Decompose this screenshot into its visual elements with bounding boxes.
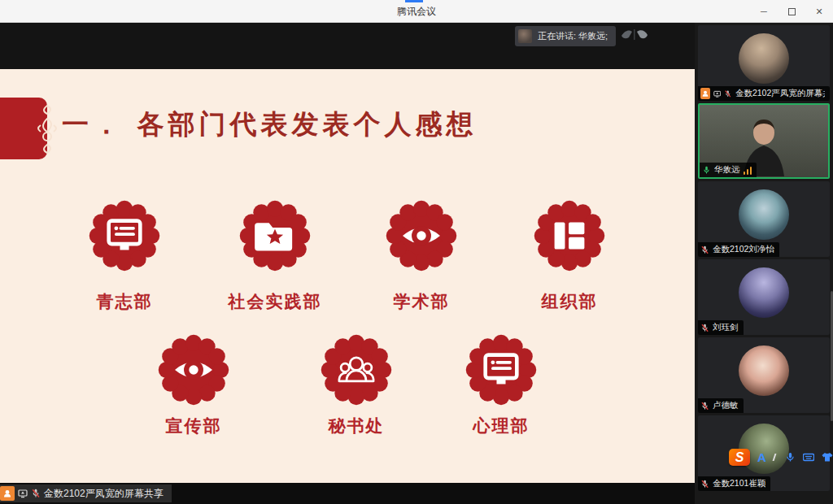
- presenter-icon: [700, 88, 710, 99]
- minimize-button[interactable]: ─: [750, 0, 778, 23]
- participant-name: 卢德敏: [713, 400, 739, 411]
- dept-label: 宣传部: [166, 415, 222, 437]
- dept-label: 心理部: [473, 415, 530, 437]
- share-label-text: 金数2102严凤宽的屏幕共享: [44, 487, 164, 501]
- dept-badge-mishuchu: [319, 332, 394, 407]
- participant-label: 卢德敏: [698, 398, 744, 413]
- mic-muted-icon: [31, 489, 41, 498]
- participant-name: 华敫远: [714, 164, 740, 176]
- mic-muted-icon: [700, 480, 709, 489]
- window-title: 腾讯会议: [0, 0, 833, 23]
- participant-name: 金数2102严凤宽的屏幕共享: [735, 88, 825, 99]
- dept-badge-xinlibu: [464, 332, 539, 407]
- participants-panel: 金数2102严凤宽的屏幕共享 华敫远 金: [695, 23, 833, 504]
- tencent-meeting-window: 腾讯会议 ─ ✕ 正在讲话: 华敫远; 一． 各部门代表发表个人感想: [0, 0, 833, 504]
- participant-tile-speaker[interactable]: 华敫远: [698, 103, 830, 179]
- participant-label: 刘珏剑: [698, 320, 744, 335]
- maximize-button[interactable]: [778, 0, 805, 23]
- participant-label: 金数2102刘净怡: [698, 242, 779, 257]
- stage-bottom-bar: 金数2102严凤宽的屏幕共享: [0, 483, 695, 504]
- participant-tile-screenshare[interactable]: 金数2102严凤宽的屏幕共享: [698, 25, 830, 101]
- avatar: [739, 267, 789, 318]
- speaker-avatar: [518, 29, 532, 43]
- participant-name: 金数2102刘净怡: [713, 244, 774, 255]
- shared-slide: 一． 各部门代表发表个人感想 青志部 社会实践部 学术部 组织部: [0, 69, 695, 483]
- window-controls: ─ ✕: [750, 0, 833, 23]
- dept-label: 社会实践部: [229, 290, 322, 313]
- speaker-banner-text: 正在讲话: 华敫远;: [538, 30, 608, 42]
- dept-badge-qingzhibu: [87, 198, 162, 273]
- sogou-logo-icon[interactable]: S: [729, 449, 750, 466]
- dept-badge-zuzhibu: [532, 198, 607, 273]
- participant-name: 刘珏剑: [713, 322, 739, 333]
- participant-tile[interactable]: 卢德敏: [698, 337, 830, 413]
- participant-tile[interactable]: 金数2102刘净怡: [698, 181, 830, 257]
- participant-tile[interactable]: 刘珏剑: [698, 259, 830, 335]
- mic-muted-icon: [700, 324, 709, 332]
- close-button[interactable]: ✕: [805, 0, 833, 23]
- avatar: [739, 189, 789, 240]
- ime-cursor-icon: [772, 454, 778, 461]
- audio-level-icon: [744, 166, 752, 175]
- mic-muted-icon: [700, 245, 709, 254]
- avatar: [739, 345, 789, 396]
- active-speaker-banner: 正在讲话: 华敫远;: [515, 26, 616, 46]
- participant-label: 金数2101崔颖: [698, 476, 770, 491]
- raise-hands-icon: [618, 28, 651, 45]
- presenter-icon: [0, 486, 15, 501]
- mic-muted-icon: [700, 402, 709, 411]
- screen-share-icon: [18, 489, 28, 498]
- dept-label: 学术部: [394, 290, 450, 313]
- window-titlebar: 腾讯会议 ─ ✕: [0, 0, 833, 23]
- participant-label: 华敫远: [700, 163, 757, 177]
- avatar: [739, 33, 789, 84]
- screen-share-owner-label: 金数2102严凤宽的屏幕共享: [0, 484, 172, 502]
- ime-skin-icon[interactable]: [822, 452, 833, 463]
- ime-keyboard-icon[interactable]: [803, 452, 814, 463]
- dept-badge-xueshubu: [384, 198, 459, 273]
- dept-badge-xuanchuanbu: [156, 332, 231, 407]
- screen-share-icon: [713, 89, 721, 98]
- dept-badge-shehuishijianbu: [238, 198, 312, 273]
- ime-mic-icon[interactable]: [785, 452, 796, 463]
- ime-language-mode[interactable]: A: [757, 450, 766, 464]
- maximize-icon: [788, 8, 796, 15]
- screen-share-stage: 正在讲话: 华敫远; 一． 各部门代表发表个人感想 青志部: [0, 23, 695, 504]
- slide-title: 一． 各部门代表发表个人感想: [62, 106, 478, 143]
- dept-label: 青志部: [97, 290, 153, 313]
- dept-label: 组织部: [542, 290, 598, 313]
- mic-muted-icon: [724, 89, 731, 98]
- sogou-input-toolbar[interactable]: S A: [729, 449, 833, 466]
- dept-label: 秘书处: [329, 415, 385, 437]
- participant-label: 金数2102严凤宽的屏幕共享: [698, 86, 830, 101]
- participant-name: 金数2101崔颖: [713, 478, 765, 489]
- mic-active-icon: [702, 166, 711, 175]
- slide-corner-ornament-icon: [0, 98, 47, 159]
